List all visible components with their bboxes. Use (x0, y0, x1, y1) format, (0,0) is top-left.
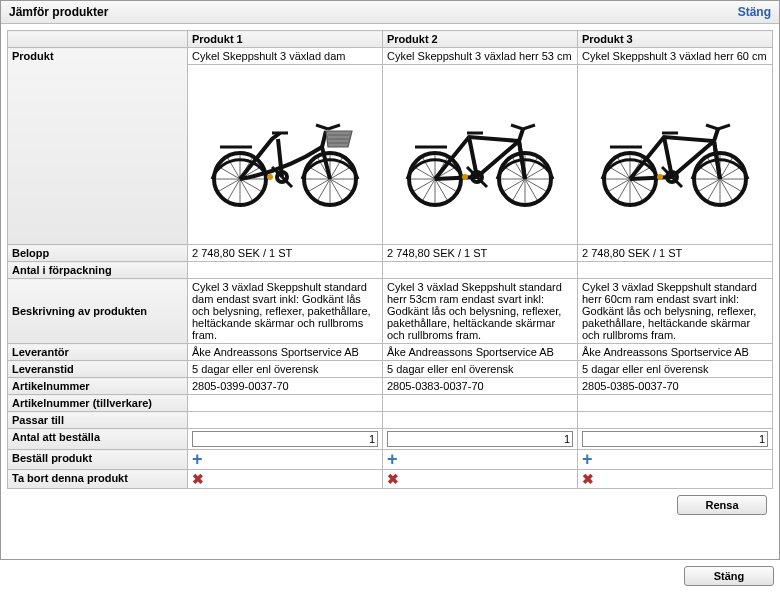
p3-antal-forpackning (578, 262, 773, 279)
row-label-bestall-produkt: Beställ produkt (8, 450, 188, 470)
bicycle-icon (590, 199, 760, 211)
p1-leveranstid: 5 dagar eller enl överensk (188, 361, 383, 378)
row-label-ta-bort: Ta bort denna produkt (8, 470, 188, 489)
p1-antal-forpackning (188, 262, 383, 279)
plus-icon[interactable]: + (387, 452, 398, 466)
bicycle-icon (395, 199, 565, 211)
p3-artikelnummer: 2805-0385-0037-70 (578, 378, 773, 395)
compare-table: Produkt 1 Produkt 2 Produkt 3 Produkt Cy… (7, 30, 773, 489)
p3-leverantor: Åke Andreassons Sportservice AB (578, 344, 773, 361)
p3-passar-till (578, 412, 773, 429)
p2-order-cell: + (383, 450, 578, 470)
row-label-passar-till: Passar till (8, 412, 188, 429)
bicycle-icon (200, 199, 370, 211)
p1-artikelnummer: 2805-0399-0037-70 (188, 378, 383, 395)
plus-icon[interactable]: + (192, 452, 203, 466)
dialog-header: Jämför produkter Stäng (1, 1, 779, 24)
p1-beskrivning: Cykel 3 växlad Skeppshult standard dam e… (188, 279, 383, 344)
row-label-antal-att-bestalla: Antal att beställa (8, 429, 188, 450)
row-artikelnummer-tillverkare: Artikelnummer (tillverkare) (8, 395, 773, 412)
row-artikelnummer: Artikelnummer 2805-0399-0037-70 2805-038… (8, 378, 773, 395)
p3-artikelnummer-tillverkare (578, 395, 773, 412)
row-leverantor: Leverantör Åke Andreassons Sportservice … (8, 344, 773, 361)
row-label-beskrivning: Beskrivning av produkten (8, 279, 188, 344)
p2-passar-till (383, 412, 578, 429)
p2-remove-cell: ✖ (383, 470, 578, 489)
row-antal-att-bestalla: Antal att beställa (8, 429, 773, 450)
compare-dialog: Jämför produkter Stäng Produkt 1 Produkt… (0, 0, 780, 560)
p2-artikelnummer: 2805-0383-0037-70 (383, 378, 578, 395)
p1-artikelnummer-tillverkare (188, 395, 383, 412)
p3-qty-input[interactable] (582, 431, 768, 447)
p3-remove-cell: ✖ (578, 470, 773, 489)
col-header-p1: Produkt 1 (188, 31, 383, 48)
dialog-button-row: Rensa (7, 489, 773, 521)
row-produkt: Produkt Cykel Skeppshult 3 växlad dam Cy… (8, 48, 773, 65)
p1-qty-cell (188, 429, 383, 450)
p1-qty-input[interactable] (192, 431, 378, 447)
p2-name: Cykel Skeppshult 3 växlad herr 53 cm (383, 48, 578, 65)
p3-order-cell: + (578, 450, 773, 470)
p2-belopp: 2 748,80 SEK / 1 ST (383, 245, 578, 262)
p2-beskrivning: Cykel 3 växlad Skeppshult standard herr … (383, 279, 578, 344)
row-label-artikelnummer: Artikelnummer (8, 378, 188, 395)
header-row: Produkt 1 Produkt 2 Produkt 3 (8, 31, 773, 48)
plus-icon[interactable]: + (582, 452, 593, 466)
row-label-belopp: Belopp (8, 245, 188, 262)
p1-image-cell (188, 65, 383, 245)
p3-qty-cell (578, 429, 773, 450)
p1-passar-till (188, 412, 383, 429)
p2-qty-input[interactable] (387, 431, 573, 447)
p2-artikelnummer-tillverkare (383, 395, 578, 412)
row-label-produkt: Produkt (8, 48, 188, 245)
p2-leverantor: Åke Andreassons Sportservice AB (383, 344, 578, 361)
row-antal-forpackning: Antal i förpackning (8, 262, 773, 279)
cross-icon[interactable]: ✖ (582, 472, 594, 486)
p1-belopp: 2 748,80 SEK / 1 ST (188, 245, 383, 262)
p1-remove-cell: ✖ (188, 470, 383, 489)
row-ta-bort: Ta bort denna produkt ✖ ✖ ✖ (8, 470, 773, 489)
cross-icon[interactable]: ✖ (192, 472, 204, 486)
p1-order-cell: + (188, 450, 383, 470)
row-belopp: Belopp 2 748,80 SEK / 1 ST 2 748,80 SEK … (8, 245, 773, 262)
p3-name: Cykel Skeppshult 3 växlad herr 60 cm (578, 48, 773, 65)
p3-leveranstid: 5 dagar eller enl överensk (578, 361, 773, 378)
svg-point-64 (462, 174, 468, 180)
row-label-antal-forpackning: Antal i förpackning (8, 262, 188, 279)
row-label-leverantor: Leverantör (8, 344, 188, 361)
p2-qty-cell (383, 429, 578, 450)
p3-belopp: 2 748,80 SEK / 1 ST (578, 245, 773, 262)
p1-leverantor: Åke Andreassons Sportservice AB (188, 344, 383, 361)
p2-image-cell (383, 65, 578, 245)
p2-leveranstid: 5 dagar eller enl överensk (383, 361, 578, 378)
row-beskrivning: Beskrivning av produkten Cykel 3 växlad … (8, 279, 773, 344)
cross-icon[interactable]: ✖ (387, 472, 399, 486)
dialog-content: Produkt 1 Produkt 2 Produkt 3 Produkt Cy… (1, 24, 779, 527)
p3-beskrivning: Cykel 3 växlad Skeppshult standard herr … (578, 279, 773, 344)
col-header-p2: Produkt 2 (383, 31, 578, 48)
p3-image-cell (578, 65, 773, 245)
dialog-title: Jämför produkter (9, 5, 108, 19)
row-bestall-produkt: Beställ produkt + + + (8, 450, 773, 470)
p1-name: Cykel Skeppshult 3 växlad dam (188, 48, 383, 65)
close-button[interactable]: Stäng (684, 566, 774, 586)
col-header-attr (8, 31, 188, 48)
svg-point-95 (657, 174, 663, 180)
close-link[interactable]: Stäng (738, 5, 771, 19)
svg-point-30 (267, 174, 273, 180)
row-label-leveranstid: Leveranstid (8, 361, 188, 378)
footer-bar: Stäng (0, 560, 780, 592)
p2-antal-forpackning (383, 262, 578, 279)
col-header-p3: Produkt 3 (578, 31, 773, 48)
row-passar-till: Passar till (8, 412, 773, 429)
row-label-artikelnummer-tillverkare: Artikelnummer (tillverkare) (8, 395, 188, 412)
row-leveranstid: Leveranstid 5 dagar eller enl överensk 5… (8, 361, 773, 378)
clear-button[interactable]: Rensa (677, 495, 767, 515)
